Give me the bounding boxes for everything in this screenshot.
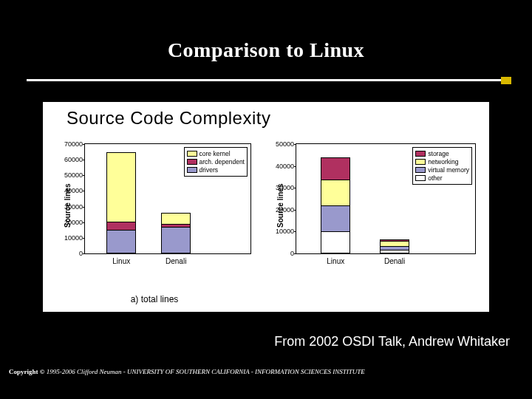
ytick-mark [294, 210, 296, 211]
legend-swatch [415, 167, 426, 173]
figure-title: Source Code Complexity [43, 102, 489, 132]
xtick-label: Linux [112, 257, 130, 265]
rule-line [27, 79, 511, 81]
legend-label: other [428, 174, 442, 182]
ytick-mark [294, 166, 296, 167]
title-rule [27, 77, 511, 84]
slide-title: Comparison to Linux [0, 0, 532, 62]
copyright-text: 1995-2006 Clifford Neuman - UNIVERSITY O… [47, 368, 365, 375]
legend-label: virtual memory [428, 166, 469, 174]
bar-segment [321, 158, 349, 180]
legend-swatch [187, 159, 197, 165]
bar-segment [381, 250, 409, 253]
legend-label: arch. dependent [200, 158, 245, 166]
legend-item: networking [415, 158, 469, 166]
xtick-label: Denali [166, 257, 186, 265]
ytick-label: 30000 [272, 184, 294, 191]
ytick-mark [294, 144, 296, 145]
chart-panel-a: Source lines 010000200003000040000500006… [43, 139, 266, 312]
ytick-label: 60000 [61, 156, 83, 163]
bar [321, 157, 350, 253]
bar-segment [321, 231, 349, 253]
legend-item: storage [415, 150, 469, 157]
attribution: From 2002 OSDI Talk, Andrew Whitaker [274, 334, 510, 349]
rule-endcap [501, 77, 511, 84]
legend-swatch [187, 151, 197, 157]
ytick-mark [294, 231, 296, 232]
bar-segment [162, 214, 190, 224]
ytick-mark [83, 238, 85, 239]
bar-segment [107, 230, 135, 253]
bar-segment [162, 227, 190, 253]
ytick-mark [294, 253, 296, 254]
legend: storagenetworkingvirtual memoryother [412, 147, 472, 185]
ytick-label: 10000 [61, 234, 83, 242]
ytick-label: 20000 [61, 219, 83, 226]
legend-item: arch. dependent [187, 158, 245, 166]
ytick-mark [83, 222, 85, 223]
legend-swatch [187, 167, 197, 173]
legend-item: core kernel [187, 150, 245, 157]
legend-label: storage [428, 150, 449, 157]
ytick-label: 40000 [272, 163, 294, 170]
ytick-mark [83, 191, 85, 191]
ytick-mark [83, 253, 85, 254]
legend-label: core kernel [200, 150, 231, 157]
legend-label: drivers [200, 166, 219, 174]
bar-segment [321, 180, 349, 205]
copyright: Copyright © 1995-2006 Clifford Neuman - … [9, 368, 365, 375]
ytick-mark [83, 144, 85, 145]
legend-swatch [415, 159, 426, 165]
ytick-label: 50000 [272, 140, 294, 148]
figure: Source Code Complexity Source lines 0100… [43, 102, 489, 312]
caption-b: b) core kernel breakdown [489, 294, 532, 304]
chart-panel-b: Source lines 01000020000300004000050000L… [266, 139, 489, 312]
caption-a: a) total lines [43, 294, 266, 304]
bar-segment [107, 222, 135, 229]
bar [380, 239, 409, 253]
ytick-label: 0 [61, 250, 83, 257]
bar [106, 152, 136, 253]
bar [161, 213, 191, 253]
ytick-mark [83, 207, 85, 208]
plot-b: 01000020000300004000050000LinuxDenalisto… [296, 143, 476, 254]
xtick-label: Linux [327, 257, 344, 265]
legend-swatch [415, 175, 426, 181]
ytick-mark [83, 175, 85, 176]
legend-swatch [415, 151, 426, 157]
slide: Comparison to Linux Source Code Complexi… [0, 0, 532, 399]
legend-label: networking [428, 158, 458, 166]
ytick-label: 40000 [61, 187, 83, 194]
plot-a: 010000200003000040000500006000070000Linu… [84, 143, 251, 254]
bar-segment [107, 153, 135, 222]
chart-panels: Source lines 010000200003000040000500006… [43, 139, 489, 312]
legend-item: virtual memory [415, 166, 469, 174]
ytick-label: 70000 [61, 140, 83, 148]
copyright-prefix: Copyright © [9, 368, 47, 375]
ytick-label: 0 [272, 250, 294, 257]
ytick-mark [83, 160, 85, 160]
ytick-label: 10000 [272, 228, 294, 235]
ytick-label: 50000 [61, 171, 83, 179]
ytick-label: 30000 [61, 203, 83, 211]
bar-segment [321, 205, 349, 231]
bar-segment [381, 241, 409, 246]
ytick-label: 20000 [272, 206, 294, 214]
xtick-label: Denali [384, 257, 405, 265]
legend-item: other [415, 174, 469, 182]
legend-item: drivers [187, 166, 245, 174]
ytick-mark [294, 188, 296, 188]
legend: core kernelarch. dependentdrivers [184, 147, 248, 177]
